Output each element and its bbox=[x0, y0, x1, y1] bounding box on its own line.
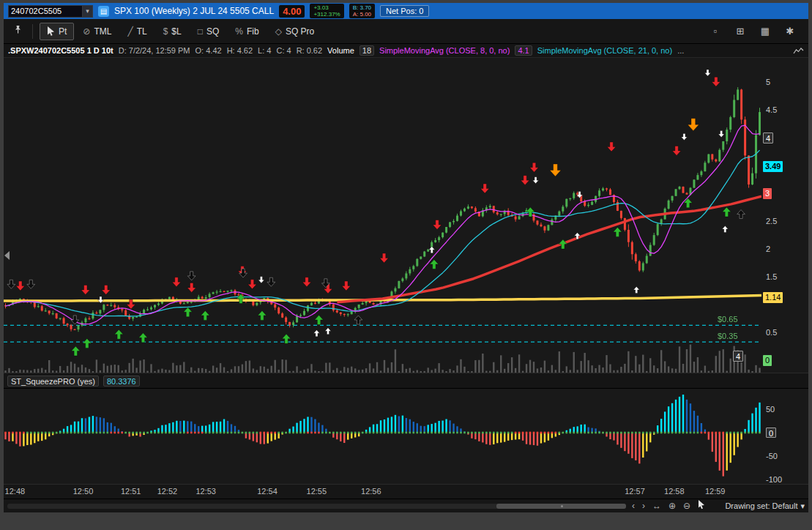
diamond-icon: ◇ bbox=[275, 26, 282, 37]
tool-label: TML bbox=[94, 26, 111, 37]
ohlc-datetime: D: 7/2/24, 12:59 PM bbox=[119, 46, 190, 55]
sma21-study-label[interactable]: SimpleMovingAvg (CLOSE, 21, 0, no) bbox=[537, 46, 672, 55]
squeeze-value: 80.3376 bbox=[103, 376, 140, 387]
time-tick-12:48: 12:48 bbox=[5, 487, 26, 496]
square-icon: □ bbox=[198, 26, 203, 37]
time-tick-12:52: 12:52 bbox=[157, 487, 178, 496]
chevron-down-icon: ▾ bbox=[86, 7, 89, 15]
squeeze-panel-header: ST_SqueezePRO (yes) 80.3376 bbox=[4, 373, 808, 388]
grid-layout-icon[interactable]: ⊞ bbox=[728, 26, 753, 37]
squeeze-axis[interactable]: 500-50-100 bbox=[761, 389, 808, 485]
price-tick-1.14: 1.14 bbox=[763, 292, 783, 303]
price-tick-2.5: 2.5 bbox=[766, 216, 777, 227]
volume-last-value-box: 4 bbox=[733, 351, 743, 362]
dollar-icon: $ bbox=[163, 26, 168, 37]
tool-label: Fib bbox=[247, 26, 259, 37]
squeeze-histogram-panel: 500-50-100 bbox=[4, 388, 808, 484]
tool-tml-button[interactable]: ⊘TML bbox=[75, 23, 119, 40]
circle-slash-icon: ⊘ bbox=[83, 26, 90, 37]
zoom-in-icon[interactable]: ⊕ bbox=[667, 501, 677, 511]
ohlc-header-row: .SPXW240702C5505 1 D 10t D: 7/2/24, 12:5… bbox=[4, 44, 808, 58]
scrollbar-grip bbox=[561, 505, 563, 507]
support-line-label: $0.35 bbox=[718, 332, 738, 340]
trading-platform-window: ▾ ▤ SPX 100 (Weeklys) 2 JUL 24 5505 CALL… bbox=[4, 3, 808, 512]
ohlc-high: H: 4.62 bbox=[227, 46, 253, 55]
scrollbar-handle[interactable] bbox=[496, 504, 626, 509]
squeeze-tick--100: -100 bbox=[766, 474, 782, 485]
tool-fib-button[interactable]: %Fib bbox=[228, 23, 266, 40]
tool-label: Pt bbox=[59, 26, 67, 37]
chart-grid-icon[interactable]: ▦ bbox=[753, 26, 778, 37]
price-change: +3.03 bbox=[313, 4, 340, 11]
time-axis[interactable]: 12:4812:5012:5112:5212:5312:5412:5512:56… bbox=[4, 484, 808, 499]
symbol-input[interactable] bbox=[8, 5, 83, 18]
toolbar-right-icons: ▫⊞▦✱ bbox=[703, 26, 802, 37]
status-bar: ‹ › ↔ ⊕ ⊖ Drawing set: Default ▾ bbox=[4, 499, 808, 512]
price-change-block: +3.03 +312.37% bbox=[310, 4, 343, 18]
instrument-title: SPX 100 (Weeklys) 2 JUL 24 5505 CALL bbox=[114, 6, 274, 16]
tool-trendline-button[interactable]: ╱TL bbox=[120, 23, 154, 40]
symbol-input-wrap: ▾ bbox=[8, 5, 93, 18]
pin-icon[interactable] bbox=[10, 25, 26, 38]
tool-price-level-button[interactable]: $$L bbox=[156, 23, 189, 40]
ohlc-range: R: 0.62 bbox=[297, 46, 322, 55]
price-tick-4: 4 bbox=[763, 132, 773, 143]
time-tick-12:59: 12:59 bbox=[705, 487, 726, 496]
sidebar-collapse-arrow-icon[interactable] bbox=[4, 251, 10, 260]
tool-square-button[interactable]: □SQ bbox=[190, 23, 227, 40]
scroll-left-button[interactable]: ‹ bbox=[630, 501, 636, 511]
ohlc-open: O: 4.42 bbox=[195, 46, 222, 55]
tool-pointer-button[interactable]: Pt bbox=[40, 23, 74, 40]
settings-gear-icon[interactable]: ✱ bbox=[778, 26, 802, 37]
squeeze-tick-50: 50 bbox=[766, 404, 775, 414]
chevron-down-icon: ▾ bbox=[800, 501, 805, 511]
sma8-study-label[interactable]: SimpleMovingAvg (CLOSE, 8, 0, no) bbox=[379, 46, 510, 55]
volume-study-label[interactable]: Volume bbox=[327, 46, 354, 55]
pointer-tool-icon[interactable] bbox=[696, 500, 707, 512]
squeeze-tick--50: -50 bbox=[766, 451, 778, 461]
main-price-chart-panel: 54.543.4932.521.51.140.50 4$0.65$0.35 bbox=[4, 58, 808, 373]
sma8-value: 4.1 bbox=[515, 45, 532, 56]
tool-squeeze-pro-button[interactable]: ◇SQ Pro bbox=[268, 23, 322, 40]
squeeze-tick-0: 0 bbox=[766, 428, 776, 438]
top-header-bar: ▾ ▤ SPX 100 (Weeklys) 2 JUL 24 5505 CALL… bbox=[4, 3, 808, 19]
volume-value: 18 bbox=[360, 45, 374, 56]
bid-value: B: 3.70 bbox=[353, 4, 371, 11]
chart-symbol-label: .SPXW240702C5505 1 D 10t bbox=[8, 46, 113, 55]
drawing-set-selector[interactable]: Drawing set: Default ▾ bbox=[725, 501, 805, 511]
symbol-badge-icon[interactable]: ▤ bbox=[98, 6, 109, 17]
time-tick-12:51: 12:51 bbox=[121, 487, 141, 496]
zoom-out-icon[interactable]: ⊖ bbox=[682, 501, 692, 511]
time-tick-12:54: 12:54 bbox=[257, 487, 278, 496]
net-position-badge: Net Pos: 0 bbox=[380, 5, 429, 17]
price-chart-canvas[interactable] bbox=[4, 58, 761, 373]
time-tick-12:55: 12:55 bbox=[307, 487, 327, 496]
tool-label: $L bbox=[171, 26, 181, 37]
trendline-icon: ╱ bbox=[127, 26, 133, 37]
squeeze-study-label[interactable]: ST_SqueezePRO (yes) bbox=[7, 376, 99, 387]
squeeze-chart-canvas[interactable] bbox=[4, 389, 761, 485]
ohlc-close: C: 4 bbox=[276, 46, 291, 55]
ohlc-more-ellipsis: ... bbox=[677, 46, 684, 55]
drawing-toolbar: Pt⊘TML╱TL$$L□SQ%Fib◇SQ Pro ▫⊞▦✱ bbox=[4, 19, 808, 44]
tool-buttons-group: Pt⊘TML╱TL$$L□SQ%Fib◇SQ Pro bbox=[40, 23, 321, 40]
price-tick-1.5: 1.5 bbox=[766, 272, 777, 283]
time-tick-12:50: 12:50 bbox=[73, 487, 94, 496]
ohlc-low: L: 4 bbox=[258, 46, 271, 55]
scroll-right-button[interactable]: › bbox=[641, 501, 647, 511]
support-line-label: $0.65 bbox=[718, 315, 738, 324]
chart-scrollbar[interactable] bbox=[7, 504, 626, 509]
price-tick-2: 2 bbox=[766, 244, 770, 255]
line-chart-icon[interactable] bbox=[793, 47, 804, 56]
tool-label: SQ Pro bbox=[286, 26, 314, 37]
tool-label: TL bbox=[137, 26, 147, 37]
price-axis[interactable]: 54.543.4932.521.51.140.50 bbox=[761, 58, 808, 373]
time-tick-12:53: 12:53 bbox=[195, 487, 216, 496]
time-tick-12:58: 12:58 bbox=[664, 487, 685, 496]
time-tick-12:57: 12:57 bbox=[625, 487, 645, 496]
pan-icon[interactable]: ↔ bbox=[651, 501, 663, 511]
detach-panel-icon[interactable]: ▫ bbox=[703, 26, 728, 37]
time-tick-12:56: 12:56 bbox=[361, 487, 381, 496]
symbol-dropdown-button[interactable]: ▾ bbox=[83, 5, 93, 18]
tool-label: SQ bbox=[206, 26, 219, 37]
